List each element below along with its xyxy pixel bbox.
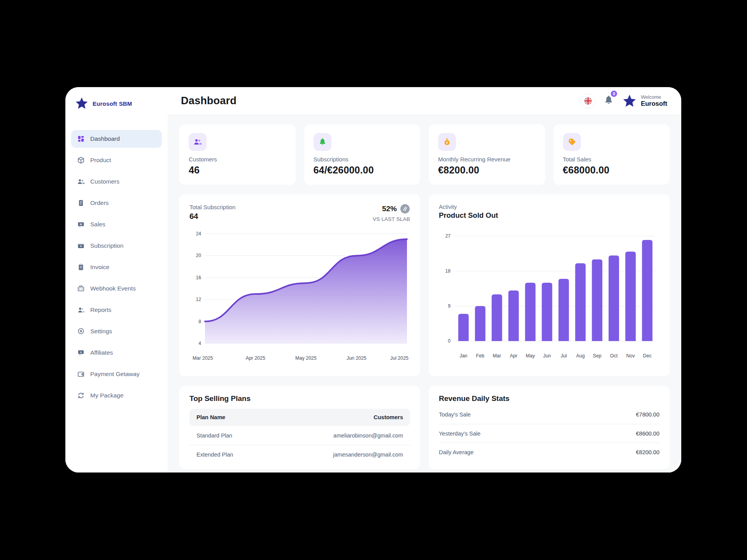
brand-logo[interactable]: Eurosoft SBM — [65, 94, 168, 113]
svg-text:Mar 2025: Mar 2025 — [193, 355, 213, 361]
revenue-value: €7800.00 — [636, 411, 659, 418]
revenue-label: Today's Sale — [439, 411, 471, 418]
subscription-value: 64 — [189, 212, 235, 221]
person-icon — [77, 306, 85, 314]
sidebar-item-sales[interactable]: $ Sales — [71, 215, 162, 233]
topbar-actions: 0 Welcome Eurosoft — [580, 94, 667, 108]
top-selling-plans-card: Top Selling Plans Plan Name Customers St… — [179, 386, 420, 469]
svg-text:0: 0 — [448, 338, 451, 344]
vs-last-slab-label: VS LAST SLAB — [373, 216, 410, 222]
stat-icon-tile — [314, 133, 331, 151]
sidebar-item-label: Dashboard — [90, 135, 120, 142]
sidebar-item-subscription[interactable]: Subscription — [71, 237, 162, 255]
app-window: Eurosoft SBM Dashboard Product Customers… — [65, 87, 681, 472]
sidebar: Eurosoft SBM Dashboard Product Customers… — [65, 87, 168, 472]
stat-value: 64/€26000.00 — [314, 164, 411, 176]
table-row: Standard Plan ameliarobinson@gmail.com — [189, 426, 410, 445]
svg-text:Nov: Nov — [626, 353, 635, 359]
language-selector[interactable] — [580, 94, 595, 108]
revenue-label: Yesterday's Sale — [439, 430, 480, 437]
sidebar-item-dashboard[interactable]: Dashboard — [71, 130, 162, 148]
stat-value: €8200.00 — [438, 164, 536, 176]
sidebar-item-customers[interactable]: Customers — [71, 173, 162, 191]
revenue-title: Revenue Daily Stats — [439, 394, 659, 403]
user-texts: Welcome Eurosoft — [641, 94, 667, 107]
stat-label: Total Sales — [563, 156, 661, 163]
refresh-icon — [77, 392, 85, 399]
activity-eyebrow: Activity — [439, 204, 659, 210]
sidebar-item-payment-getaway[interactable]: Payment Getaway — [71, 365, 162, 383]
svg-text:Jun 2025: Jun 2025 — [347, 355, 366, 361]
sidebar-item-product[interactable]: Product — [71, 151, 162, 169]
subscription-compare: 52% VS LAST SLAB — [373, 204, 410, 222]
sidebar-item-label: Affiliates — [90, 349, 113, 356]
sidebar-item-my-package[interactable]: My Package — [71, 387, 162, 404]
list-item: Daily Average €8200.00 — [439, 443, 659, 461]
svg-text:Oct: Oct — [610, 353, 618, 359]
star-logo-icon — [75, 96, 89, 110]
sidebar-item-invoice[interactable]: Invoice — [71, 258, 162, 276]
banknote-icon: $ — [77, 220, 85, 228]
stat-label: Subscriptions — [314, 156, 411, 163]
sidebar-item-settings[interactable]: Settings — [71, 322, 162, 340]
wallet-icon — [77, 370, 85, 378]
stat-icon-tile: $ — [438, 133, 456, 151]
plan-customer: ameliarobinson@gmail.com — [333, 432, 403, 439]
webhook-icon — [77, 285, 85, 292]
svg-text:May 2025: May 2025 — [295, 355, 317, 361]
sidebar-item-webhook-events[interactable]: Webhook Events — [71, 280, 162, 298]
users-icon — [193, 137, 202, 147]
svg-text:24: 24 — [196, 231, 202, 236]
total-subscription-card: Total Subscription 64 52% VS LAST SLAB 2… — [179, 194, 420, 376]
user-menu[interactable]: Welcome Eurosoft — [622, 94, 667, 108]
stat-card-total-sales: Total Sales €68000.00 — [554, 124, 670, 185]
svg-text:Dec: Dec — [643, 353, 652, 359]
money-bag-icon: $ — [442, 137, 452, 147]
revenue-value: €8200.00 — [636, 449, 659, 455]
sidebar-item-label: Customers — [90, 178, 119, 185]
sidebar-item-affiliates[interactable]: $ Affiliates — [71, 344, 162, 362]
svg-text:Aug: Aug — [576, 353, 585, 359]
subscription-icon — [77, 242, 85, 250]
stat-card-subscriptions: Subscriptions 64/€26000.00 — [304, 124, 421, 185]
document-icon — [77, 199, 85, 207]
sidebar-item-label: Webhook Events — [90, 285, 136, 292]
revenue-daily-stats-card: Revenue Daily Stats Today's Sale €7800.0… — [429, 386, 670, 469]
sidebar-item-label: Payment Getaway — [90, 371, 140, 378]
svg-text:May: May — [526, 353, 535, 359]
dashboard-content: Customers 46 Subscriptions 64/€26000.00 … — [168, 115, 681, 472]
svg-text:16: 16 — [196, 275, 202, 280]
svg-text:Feb: Feb — [476, 353, 484, 359]
stat-card-mrr: $ Monthly Recurring Revenue €8200.00 — [429, 124, 545, 185]
stats-row: Customers 46 Subscriptions 64/€26000.00 … — [179, 124, 670, 185]
subscription-chart-header: Total Subscription 64 52% VS LAST SLAB — [189, 204, 410, 222]
stat-value: 46 — [189, 164, 286, 176]
notifications-button[interactable]: 0 — [603, 94, 614, 107]
sidebar-item-label: Product — [90, 157, 111, 164]
column-plan-name: Plan Name — [196, 414, 225, 420]
subscription-summary: Total Subscription 64 — [189, 204, 235, 221]
clipboard-icon — [77, 263, 85, 271]
main-area: Dashboard — [168, 87, 681, 472]
svg-text:27: 27 — [445, 233, 451, 239]
stat-card-customers: Customers 46 — [179, 124, 296, 185]
table-row: Extended Plan jamesanderson@gmail.com — [189, 445, 410, 464]
sidebar-item-label: My Package — [90, 392, 123, 399]
sidebar-item-label: Settings — [90, 328, 112, 335]
bottom-row: Top Selling Plans Plan Name Customers St… — [179, 386, 670, 469]
topbar: Dashboard — [168, 87, 681, 115]
svg-text:20: 20 — [196, 253, 202, 258]
sidebar-item-label: Invoice — [90, 264, 109, 271]
product-sold-out-bar-chart: 271890JanFebMarAprMayJunJulAugSepOctNovD… — [439, 225, 659, 360]
welcome-label: Welcome — [641, 94, 667, 100]
sidebar-item-orders[interactable]: Orders — [71, 194, 162, 212]
sidebar-item-reports[interactable]: Reports — [71, 301, 162, 319]
box-icon — [77, 156, 85, 164]
svg-text:18: 18 — [445, 268, 451, 274]
users-icon — [77, 178, 85, 186]
uk-flag-icon — [583, 96, 593, 106]
dashboard-grid-icon — [77, 135, 85, 143]
stat-icon-tile — [563, 133, 581, 151]
product-sold-out-card: Activity Product Sold Out 271890JanFebMa… — [429, 194, 670, 376]
revenue-label: Daily Average — [439, 449, 473, 455]
